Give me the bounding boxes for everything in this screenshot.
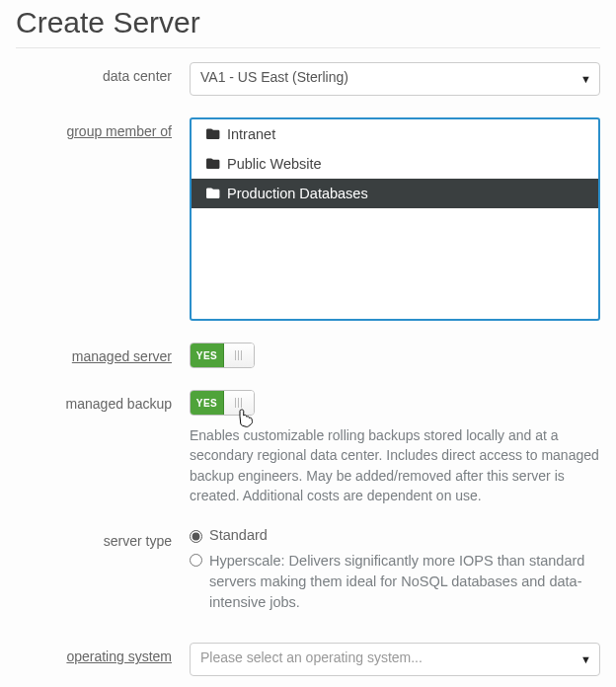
label-server-type: server type: [16, 527, 190, 549]
group-option[interactable]: Production Databases: [192, 179, 598, 208]
toggle-on-label: YES: [191, 344, 224, 367]
chevron-down-icon: ▼: [580, 73, 591, 85]
server-type-option-standard[interactable]: Standard: [190, 527, 600, 543]
label-managed-server: managed server: [16, 343, 190, 364]
label-managed-backup: managed backup: [16, 390, 190, 412]
toggle-on-label: YES: [191, 391, 224, 415]
group-option-label: Production Databases: [227, 186, 368, 201]
radio-standard[interactable]: [190, 530, 202, 543]
operating-system-select[interactable]: Please select an operating system... ▼: [190, 643, 600, 676]
folder-icon: [205, 128, 220, 140]
page-title: Create Server: [16, 0, 600, 48]
group-option[interactable]: Public Website: [192, 149, 598, 179]
chevron-down-icon: ▼: [580, 653, 591, 665]
folder-icon: [205, 188, 220, 199]
managed-backup-description: Enables customizable rolling backups sto…: [190, 425, 600, 505]
data-center-select[interactable]: VA1 - US East (Sterling) ▼: [190, 62, 600, 96]
radio-hyperscale[interactable]: [190, 554, 202, 567]
radio-label: Hyperscale: Delivers significantly more …: [209, 551, 600, 613]
group-option-label: Intranet: [227, 126, 275, 142]
toggle-knob: [224, 344, 254, 367]
radio-label: Standard: [209, 527, 268, 543]
folder-icon: [205, 158, 220, 170]
group-option[interactable]: Intranet: [192, 119, 598, 149]
managed-server-toggle[interactable]: YES: [190, 343, 255, 368]
managed-backup-toggle[interactable]: YES: [190, 390, 255, 416]
label-operating-system: operating system: [16, 643, 190, 664]
label-group-member: group member of: [16, 117, 190, 139]
data-center-value: VA1 - US East (Sterling): [200, 69, 348, 85]
server-type-option-hyperscale[interactable]: Hyperscale: Delivers significantly more …: [190, 551, 600, 613]
label-data-center: data center: [16, 62, 190, 84]
group-listbox[interactable]: IntranetPublic WebsiteProduction Databas…: [190, 117, 600, 321]
os-placeholder: Please select an operating system...: [200, 649, 423, 665]
group-option-label: Public Website: [227, 156, 322, 172]
toggle-knob: [224, 391, 254, 415]
